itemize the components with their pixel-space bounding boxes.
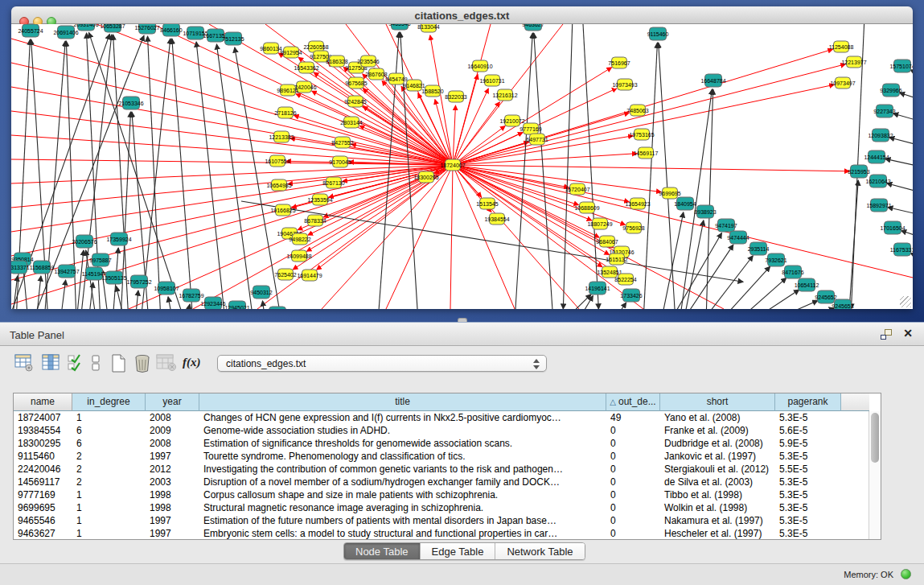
- graph-node-yellow[interactable]: 2718126: [274, 107, 296, 118]
- graph-node-teal[interactable]: 9465546: [388, 24, 410, 30]
- graph-edge[interactable]: [848, 180, 858, 309]
- table-row[interactable]: 911546021997Tourette syndrome. Phenomeno…: [14, 450, 869, 463]
- table-selector-dropdown[interactable]: citations_edges.txt: [217, 355, 547, 372]
- graph-edge[interactable]: [172, 39, 193, 309]
- column-header-out_de[interactable]: △out_de...: [606, 393, 660, 411]
- graph-edge[interactable]: [187, 304, 190, 309]
- window-titlebar[interactable]: citations_edges.txt: [11, 6, 913, 24]
- graph-node-teal[interactable]: 10653287: [100, 24, 125, 32]
- graph-edge[interactable]: [450, 165, 453, 309]
- table-settings-icon[interactable]: [14, 354, 34, 372]
- graph-edge[interactable]: [235, 47, 281, 309]
- graph-node-yellow[interactable]: 16640910: [467, 60, 492, 72]
- table-row[interactable]: 946554611997Estimation of the future num…: [14, 514, 869, 527]
- graph-node-teal[interactable]: 8466160: [160, 24, 182, 36]
- graph-node-yellow[interactable]: 16543362: [294, 62, 318, 73]
- graph-node-yellow[interactable]: 7625402: [274, 269, 296, 280]
- graph-node-yellow[interactable]: 16914479: [297, 270, 322, 281]
- graph-edge[interactable]: [750, 290, 799, 309]
- graph-edge[interactable]: [534, 33, 553, 309]
- table-row[interactable]: 1938455462009Genome-wide association stu…: [14, 424, 869, 437]
- graph-node-teal[interactable]: 9474197: [715, 219, 737, 232]
- tab-edge-table[interactable]: Edge Table: [421, 543, 496, 559]
- graph-node-teal[interactable]: 12945021: [224, 301, 249, 309]
- graph-node-yellow[interactable]: 9699695: [659, 187, 680, 199]
- graph-node-yellow[interactable]: 8133044: [417, 24, 439, 32]
- graph-node-yellow[interactable]: 8427552: [331, 137, 353, 148]
- graph-node-teal[interactable]: 16648784: [700, 74, 725, 87]
- graph-edge[interactable]: [583, 24, 598, 309]
- graph-node-yellow[interactable]: 8678334: [304, 215, 326, 226]
- graph-edge[interactable]: [887, 183, 913, 193]
- tab-node-table[interactable]: Node Table: [344, 543, 421, 559]
- graph-node-yellow[interactable]: 13216312: [492, 89, 517, 101]
- network-canvas[interactable]: 1872400798601348912954222605589127509165…: [11, 24, 913, 309]
- splitter-handle[interactable]: [458, 318, 467, 322]
- graph-node-yellow[interactable]: 1513545: [476, 198, 498, 209]
- graph-edge[interactable]: [11, 39, 453, 165]
- graph-edge[interactable]: [888, 207, 913, 216]
- graph-edge[interactable]: [453, 165, 643, 309]
- graph-node-yellow[interactable]: 19753165: [629, 129, 654, 140]
- graph-node-yellow[interactable]: 10973497: [830, 77, 855, 89]
- graph-node-yellow[interactable]: 9498222: [289, 233, 310, 245]
- graph-edge[interactable]: [141, 39, 170, 309]
- graph-node-teal[interactable]: 17957252: [126, 275, 151, 288]
- graph-edge[interactable]: [661, 212, 684, 309]
- close-panel-icon[interactable]: ✕: [903, 327, 913, 340]
- graph-node-yellow[interactable]: 8322033: [445, 91, 466, 102]
- table-row[interactable]: 2242004622012Investigating the contribut…: [14, 463, 869, 476]
- graph-edge[interactable]: [737, 278, 786, 309]
- graph-node-yellow[interactable]: 2867608: [365, 68, 387, 80]
- column-header-year[interactable]: year: [146, 393, 199, 411]
- graph-edge[interactable]: [11, 165, 453, 304]
- graph-node-teal[interactable]: 1630417: [266, 307, 288, 309]
- graph-node-yellow[interactable]: 9675685: [345, 77, 367, 89]
- tab-network-table[interactable]: Network Table: [495, 543, 584, 559]
- table-row[interactable]: 969969511998Structural magnetic resonanc…: [14, 501, 869, 514]
- graph-edge[interactable]: [613, 303, 626, 309]
- graph-node-teal[interactable]: 8938923: [694, 205, 716, 218]
- select-columns-icon[interactable]: [68, 354, 85, 372]
- graph-node-yellow[interactable]: 14569117: [634, 147, 659, 159]
- graph-node-teal[interactable]: 20691406: [53, 26, 78, 39]
- graph-node-yellow[interactable]: 13654923: [625, 198, 650, 209]
- graph-node-yellow[interactable]: 11254088: [829, 41, 854, 52]
- graph-edge[interactable]: [684, 220, 704, 309]
- function-builder-icon[interactable]: f(x): [183, 356, 201, 369]
- graph-node-yellow[interactable]: 19384554: [484, 213, 509, 225]
- column-header-in_degree[interactable]: in_degree: [72, 393, 146, 411]
- float-panel-icon[interactable]: [881, 329, 892, 340]
- graph-node-teal[interactable]: 8471676: [782, 266, 803, 278]
- graph-edge[interactable]: [290, 138, 453, 165]
- column-header-title[interactable]: title: [199, 393, 606, 411]
- graph-node-yellow[interactable]: 8522254: [614, 274, 636, 285]
- graph-node-yellow[interactable]: 10688609: [574, 202, 599, 213]
- graph-node-yellow[interactable]: 9684067: [596, 236, 618, 247]
- graph-node-yellow[interactable]: 18807249: [587, 218, 612, 229]
- graph-node-teal[interactable]: 9450312: [250, 286, 272, 299]
- graph-node-yellow[interactable]: 2235546: [357, 56, 379, 67]
- graph-node-yellow[interactable]: 8912954: [280, 47, 302, 58]
- graph-node-teal[interactable]: 11675331: [890, 243, 913, 256]
- rows-icon[interactable]: [91, 354, 101, 372]
- graph-edge[interactable]: [893, 113, 913, 122]
- table-row[interactable]: 1456911722003Disruption of a novel membe…: [14, 476, 869, 488]
- graph-edge[interactable]: [901, 230, 913, 238]
- graph-node-teal[interactable]: 21053346: [118, 97, 143, 109]
- graph-edge[interactable]: [148, 36, 161, 309]
- graph-node-teal[interactable]: 24055724: [18, 24, 43, 37]
- graph-edge[interactable]: [786, 308, 834, 309]
- graph-node-teal[interactable]: 8215953: [848, 165, 869, 178]
- graph-node-teal[interactable]: 12444154: [864, 150, 889, 163]
- graph-node-yellow[interactable]: 19610731: [479, 75, 504, 86]
- delete-trash-icon[interactable]: [133, 354, 151, 373]
- graph-node-yellow[interactable]: 2803144: [340, 117, 362, 128]
- graph-edge[interactable]: [453, 165, 661, 192]
- graph-edge[interactable]: [262, 301, 265, 309]
- network-graph[interactable]: 1872400798601348912954222605589127509165…: [11, 24, 913, 309]
- graph-node-yellow[interactable]: 9756928: [622, 222, 644, 233]
- column-header-short[interactable]: short: [660, 393, 775, 411]
- graph-edge[interactable]: [889, 138, 913, 146]
- graph-node-teal[interactable]: 1733426: [620, 289, 642, 302]
